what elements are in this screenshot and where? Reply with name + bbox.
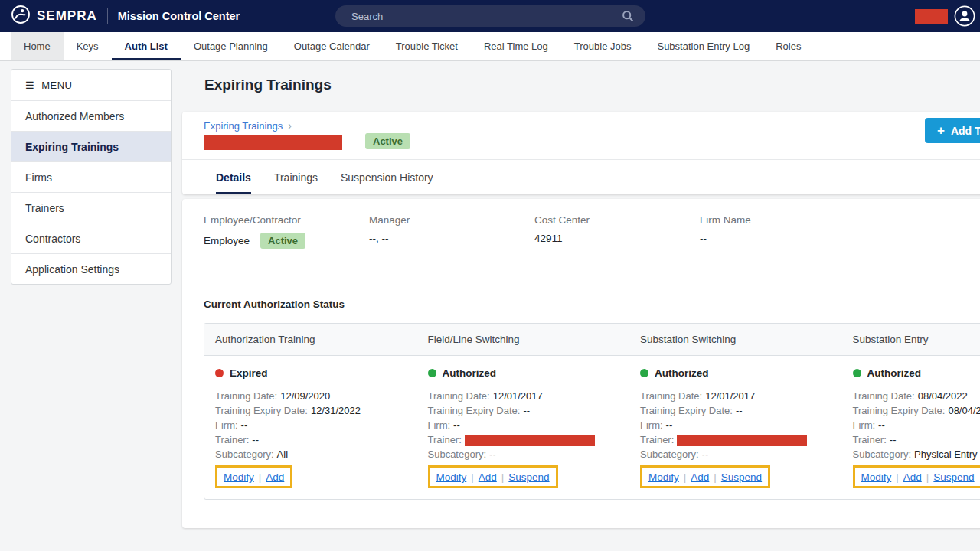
authorization-table: Authorization Training Field/Line Switch…: [204, 323, 980, 500]
detail-label: Subcategory:: [215, 448, 274, 460]
nav-tab-outage-calendar[interactable]: Outage Calendar: [281, 32, 383, 60]
status-dot-authorized: [428, 369, 436, 377]
sidebar-item-authorized-members[interactable]: Authorized Members: [11, 100, 171, 131]
field-label: Manager: [369, 214, 534, 226]
field-manager: Manager --, --: [369, 214, 534, 249]
status-text: Expired: [230, 367, 268, 379]
nav-tab-substation-entry-log[interactable]: Substation Entry Log: [644, 32, 763, 60]
actions-highlight-box: ModifyAddSuspend: [428, 465, 558, 488]
detail-label: Trainer:: [215, 434, 249, 445]
detail-label: Firm:: [853, 419, 876, 431]
add-training-button[interactable]: Add T: [925, 118, 980, 143]
sidebar-item-application-settings[interactable]: Application Settings: [11, 253, 171, 284]
tab-suspension-history[interactable]: Suspension History: [341, 160, 433, 194]
detail-value: --: [666, 419, 673, 431]
add-button-label: Add T: [951, 125, 980, 137]
detail-value: --: [878, 419, 885, 431]
nav-tab-real-time-log[interactable]: Real Time Log: [471, 32, 561, 60]
column-header: Substation Switching: [629, 324, 842, 355]
authorization-table-header: Authorization Training Field/Line Switch…: [204, 324, 980, 356]
field-value: Employee: [204, 235, 250, 246]
sidebar: MENU Authorized Members Expiring Trainin…: [11, 69, 172, 285]
header-divider: [354, 134, 354, 152]
detail-label: Training Expiry Date:: [215, 405, 308, 416]
record-tabs: Details Trainings Suspension History: [216, 160, 433, 194]
status-dot-authorized: [640, 369, 648, 377]
column-header: Field/Line Switching: [417, 324, 630, 355]
detail-label: Subcategory:: [640, 448, 699, 460]
field-cost-center: Cost Center 42911: [534, 214, 700, 249]
add-link[interactable]: Add: [891, 471, 922, 483]
details-fields: Employee/Contractor Employee Active Mana…: [204, 214, 865, 249]
menu-toggle[interactable]: MENU: [11, 70, 171, 100]
detail-value: 12/31/2022: [311, 405, 361, 416]
field-label: Cost Center: [534, 214, 700, 226]
redacted-username: [915, 9, 948, 24]
detail-value: 12/01/2017: [705, 390, 755, 402]
sidebar-item-trainers[interactable]: Trainers: [11, 192, 171, 223]
actions-highlight-box: ModifyAddSuspend: [853, 465, 980, 488]
search-input[interactable]: [335, 5, 645, 27]
detail-value: 12/09/2020: [280, 390, 330, 402]
detail-value: --: [702, 448, 709, 460]
details-card: Employee/Contractor Employee Active Mana…: [182, 199, 980, 528]
detail-label: Training Date:: [853, 390, 915, 402]
detail-label: Trainer:: [640, 434, 674, 445]
detail-label: Training Date:: [215, 390, 277, 402]
content-area: MENU Authorized Members Expiring Trainin…: [0, 61, 980, 551]
authorization-status-heading: Current Authorization Status: [204, 298, 345, 310]
nav-tab-home[interactable]: Home: [11, 32, 64, 60]
detail-value: 08/04/2: [948, 405, 980, 416]
detail-value: --: [890, 434, 897, 445]
detail-label: Trainer:: [853, 434, 887, 445]
nav-tab-roles[interactable]: Roles: [763, 32, 814, 60]
status-text: Authorized: [443, 367, 497, 379]
menu-label: MENU: [41, 80, 72, 91]
actions-highlight-box: ModifyAdd: [215, 465, 292, 488]
suspend-link[interactable]: Suspend: [922, 471, 975, 483]
modify-link[interactable]: Modify: [224, 471, 254, 483]
sidebar-item-expiring-trainings[interactable]: Expiring Trainings: [11, 131, 171, 161]
status-text: Authorized: [867, 367, 922, 379]
page-title: Expiring Trainings: [204, 77, 332, 93]
modify-link[interactable]: Modify: [861, 471, 892, 483]
detail-label: Subcategory:: [853, 448, 912, 460]
detail-label: Training Date:: [640, 390, 702, 402]
detail-label: Firm:: [640, 419, 663, 431]
detail-value: Physical Entry: [914, 448, 977, 460]
auth-cell-substation-switching: Authorized Training Date:12/01/2017 Trai…: [629, 356, 842, 499]
breadcrumb-link[interactable]: Expiring Trainings: [204, 119, 292, 132]
suspend-link[interactable]: Suspend: [709, 471, 762, 483]
sidebar-item-contractors[interactable]: Contractors: [11, 223, 171, 253]
add-link[interactable]: Add: [254, 471, 285, 483]
detail-label: Firm:: [215, 419, 238, 431]
detail-label: Training Expiry Date:: [853, 405, 946, 416]
nav-tab-keys[interactable]: Keys: [64, 32, 112, 60]
plus-icon: [937, 123, 945, 139]
detail-label: Training Expiry Date:: [640, 405, 733, 416]
nav-tab-outage-planning[interactable]: Outage Planning: [181, 32, 281, 60]
tab-trainings[interactable]: Trainings: [274, 160, 318, 194]
actions-highlight-box: ModifyAddSuspend: [640, 465, 770, 488]
detail-value: 12/01/2017: [493, 390, 543, 402]
tab-details[interactable]: Details: [216, 160, 251, 194]
field-value: --: [700, 233, 707, 244]
detail-label: Training Date:: [428, 390, 490, 402]
app-title: Mission Control Center: [118, 10, 240, 22]
add-link[interactable]: Add: [679, 471, 710, 483]
nav-tab-trouble-ticket[interactable]: Trouble Ticket: [383, 32, 471, 60]
column-header: Authorization Training: [204, 324, 417, 355]
suspend-link[interactable]: Suspend: [497, 471, 550, 483]
sidebar-item-firms[interactable]: Firms: [11, 161, 171, 192]
search-icon[interactable]: [622, 10, 634, 25]
modify-link[interactable]: Modify: [436, 471, 467, 483]
user-avatar[interactable]: [954, 5, 975, 27]
detail-value: --: [736, 405, 743, 416]
nav-tab-auth-list[interactable]: Auth List: [112, 32, 181, 60]
add-link[interactable]: Add: [466, 471, 497, 483]
nav-tab-trouble-jobs[interactable]: Trouble Jobs: [561, 32, 645, 60]
field-label: Firm Name: [700, 214, 865, 226]
modify-link[interactable]: Modify: [648, 471, 679, 483]
detail-label: Training Expiry Date:: [428, 405, 521, 416]
status-dot-expired: [215, 369, 224, 377]
